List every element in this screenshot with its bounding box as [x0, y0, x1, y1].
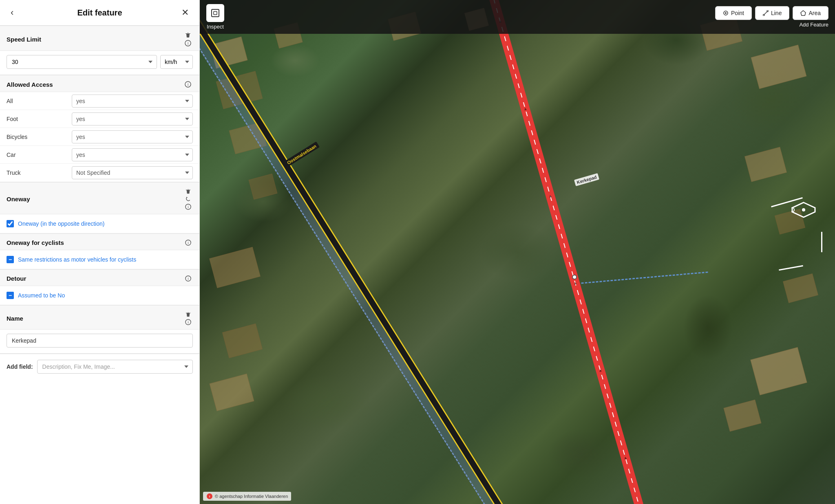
building-10 — [209, 247, 261, 288]
allowed-access-header: Allowed Access i — [0, 75, 199, 92]
arrow-5: ▲ — [598, 368, 603, 373]
oneway-cyclists-body: − Same restrictions as motor vehicles fo… — [0, 250, 199, 269]
oneway-undo-btn[interactable] — [183, 195, 193, 203]
map-background[interactable]: Oostmalsebaan ▲ ▲ ▲ ▲ ▲ ▲ Kerkepad — [200, 0, 835, 504]
panel-body: Speed Limit i 30 20 50 70 — [0, 26, 199, 504]
building-9 — [248, 174, 277, 200]
oneway-checkbox-label[interactable]: Oneway (in the opposite direction) — [18, 220, 104, 227]
detour-minus-label: Assumed to be No — [18, 292, 65, 299]
speed-limit-title: Speed Limit — [7, 36, 183, 43]
road-red-center-line — [483, 0, 650, 504]
arrow-4: ▲ — [573, 280, 578, 286]
speed-limit-value-select[interactable]: 30 20 50 70 90 120 — [7, 55, 157, 69]
add-feature-label: Add Feature — [799, 22, 828, 28]
oneway-info-btn[interactable]: i — [183, 203, 193, 211]
detour-row: − Assumed to be No — [7, 290, 193, 301]
svg-rect-13 — [214, 11, 217, 15]
road-red: ▲ ▲ ▲ ▲ ▲ ▲ — [479, 0, 654, 504]
access-row-all: All yesnoNot Specified — [0, 92, 199, 110]
inspect-tool[interactable]: Inspect — [206, 4, 224, 30]
access-select-truck[interactable]: Not Specifiedyesno — [72, 166, 193, 179]
svg-text:i: i — [188, 277, 188, 281]
building-15 — [783, 274, 818, 304]
name-info-btn[interactable]: i — [183, 318, 193, 326]
panel-header: ‹ Edit feature ✕ — [0, 0, 199, 26]
add-field-label: Add field: — [7, 363, 33, 370]
oneway-cyclists-info-btn[interactable]: i — [183, 239, 193, 246]
access-row-car: Car yesnoNot Specified — [0, 146, 199, 164]
oneway-title: Oneway — [7, 196, 183, 202]
panel-title: Edit feature — [77, 8, 122, 18]
map-toolbar: Inspect Point Line Area Add Feature — [200, 0, 835, 34]
area-button[interactable]: Area — [793, 6, 828, 20]
close-button[interactable]: ✕ — [178, 6, 192, 20]
speed-limit-unit-select[interactable]: km/h mph — [160, 55, 193, 69]
building-14 — [724, 399, 762, 431]
speed-limit-header: Speed Limit i — [0, 26, 199, 51]
name-title: Name — [7, 315, 183, 322]
access-select-all[interactable]: yesnoNot Specified — [72, 95, 193, 108]
svg-text:i: i — [209, 495, 210, 498]
arrow-3: ▲ — [548, 193, 553, 198]
speed-limit-body: 30 20 50 70 90 120 km/h mph — [0, 51, 199, 75]
name-input[interactable] — [7, 334, 193, 348]
arrow-6: ▲ — [623, 455, 628, 460]
name-body — [0, 330, 199, 353]
name-delete-btn[interactable] — [183, 310, 193, 318]
oneway-section: Oneway i Oneway (in the opposite d — [0, 182, 199, 233]
detour-info-btn[interactable]: i — [183, 275, 193, 282]
oneway-cyclists-minus-icon[interactable]: − — [7, 256, 14, 263]
svg-point-21 — [802, 208, 805, 211]
svg-marker-19 — [801, 11, 806, 15]
speed-limit-row: 30 20 50 70 90 120 km/h mph — [7, 55, 193, 69]
access-label-truck: Truck — [7, 169, 72, 176]
speed-limit-delete-btn[interactable] — [183, 31, 193, 39]
point-label: Point — [731, 10, 744, 16]
access-row-foot: Foot yesnoNot Specified — [0, 110, 199, 128]
access-select-car[interactable]: yesnoNot Specified — [72, 148, 193, 161]
building-13 — [751, 347, 807, 395]
map-attribution: i © agentschap Informatie Vlaanderen — [203, 492, 291, 501]
area-label: Area — [808, 10, 821, 16]
oneway-body: Oneway (in the opposite direction) — [0, 214, 199, 233]
line-label: Line — [771, 10, 782, 16]
speed-limit-actions: i — [183, 31, 193, 47]
add-field-select[interactable]: Description, Fix Me, Image... Descriptio… — [37, 360, 193, 374]
speed-limit-info-btn[interactable]: i — [183, 39, 193, 47]
oneway-cyclists-title: Oneway for cyclists — [7, 239, 183, 246]
map-panel: Inspect Point Line Area Add Feature — [200, 0, 835, 504]
oneway-actions: i — [183, 187, 193, 211]
oneway-cyclists-label: Same restrictions as motor vehicles for … — [18, 256, 136, 263]
detour-actions: i — [183, 275, 193, 282]
allowed-access-info-btn[interactable]: i — [183, 80, 193, 88]
oneway-delete-btn[interactable] — [183, 187, 193, 195]
svg-text:i: i — [188, 41, 188, 46]
allowed-access-table: All yesnoNot Specified Foot yesnoNot Spe… — [0, 92, 199, 182]
access-label-foot: Foot — [7, 116, 72, 122]
access-select-bicycles[interactable]: yesnoNot Specified — [72, 130, 193, 143]
road-label-oostmalsebaan: Oostmalsebaan — [283, 141, 319, 167]
line-button[interactable]: Line — [755, 6, 789, 20]
svg-text:i: i — [188, 82, 188, 87]
access-label-car: Car — [7, 152, 72, 158]
connector-vert-1 — [821, 232, 822, 252]
access-label-all: All — [7, 98, 72, 104]
blue-dashed-connector — [581, 272, 708, 284]
detour-minus-icon[interactable]: − — [7, 292, 14, 299]
inspect-icon-box — [206, 4, 224, 22]
oneway-cyclists-header: Oneway for cyclists i — [0, 233, 199, 250]
add-feature-group: Point Line Area Add Feature — [715, 6, 828, 28]
add-field-row: Add field: Description, Fix Me, Image...… — [0, 354, 199, 379]
connector-diamond — [791, 202, 816, 218]
oneway-header: Oneway i — [0, 182, 199, 214]
oneway-checkbox[interactable] — [7, 220, 14, 227]
access-select-foot[interactable]: yesnoNot Specified — [72, 112, 193, 125]
access-row-bicycles: Bicycles yesnoNot Specified — [0, 128, 199, 146]
access-row-truck: Truck Not Specifiedyesno — [0, 164, 199, 182]
point-button[interactable]: Point — [715, 6, 752, 20]
back-button[interactable]: ‹ — [7, 6, 17, 20]
connector-horiz-2 — [779, 265, 803, 270]
road-label-kerkepad: Kerkepad — [574, 173, 599, 186]
building-11 — [222, 324, 263, 358]
allowed-access-title: Allowed Access — [7, 81, 183, 88]
